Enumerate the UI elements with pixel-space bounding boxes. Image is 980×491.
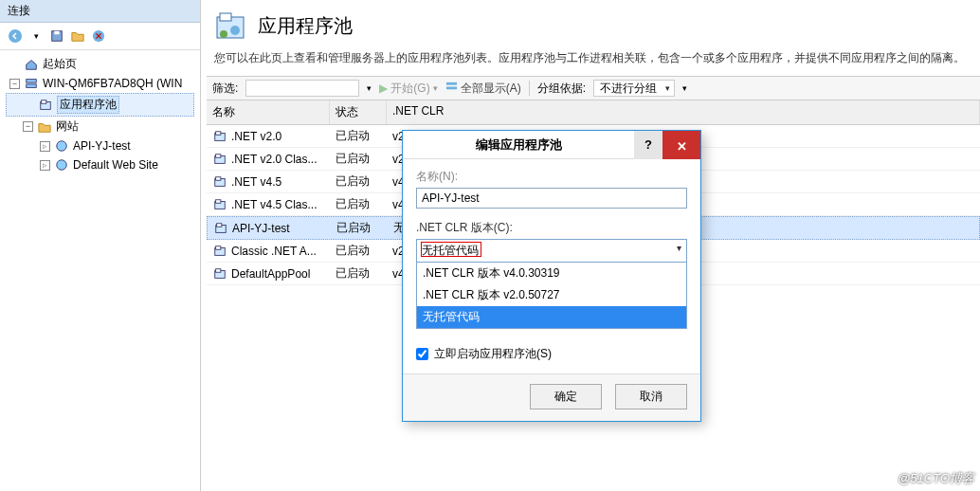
dialog-body: 名称(N): .NET CLR 版本(C): 无托管代码 .NET CLR 版本… [403, 159, 700, 373]
svg-rect-27 [216, 246, 221, 249]
tree-item-site-default[interactable]: ▹ Default Web Site [6, 155, 194, 174]
row-name: .NET v2.0 Clas... [231, 153, 317, 166]
name-field-input[interactable] [416, 188, 687, 209]
help-button[interactable]: ? [634, 131, 662, 159]
grid-header: 名称 状态 .NET CLR [207, 100, 980, 125]
app-pool-icon [212, 174, 227, 190]
row-name: DefaultAppPool [231, 267, 310, 281]
tree-item-app-pools[interactable]: 应用程序池 [6, 93, 194, 117]
show-all-button[interactable]: 全部显示(A) [445, 81, 521, 97]
app-pool-icon [213, 221, 228, 236]
col-name[interactable]: 名称 [207, 100, 330, 124]
svg-rect-15 [446, 87, 457, 90]
tree-item-site-api[interactable]: ▹ API-YJ-test [6, 136, 194, 155]
app-pool-icon [212, 197, 227, 212]
go-button[interactable]: ▶ 开始(G) ▾ [379, 81, 437, 97]
filter-input[interactable] [245, 80, 359, 97]
svg-point-13 [230, 26, 240, 35]
tree-label: Default Web Site [73, 158, 158, 172]
tree-item-start-page[interactable]: 起始页 [6, 54, 194, 74]
svg-rect-17 [216, 131, 221, 135]
tree-label: 起始页 [43, 56, 77, 72]
app-pool-icon [212, 152, 227, 167]
row-name: .NET v2.0 [231, 130, 281, 143]
server-icon [24, 76, 39, 91]
cancel-button[interactable]: 取消 [615, 384, 687, 409]
folder-icon [37, 119, 52, 135]
svg-point-8 [57, 141, 67, 152]
separator [529, 81, 530, 96]
col-rest[interactable]: .NET CLR [387, 100, 980, 124]
clr-field-label: .NET CLR 版本(C): [416, 220, 687, 236]
svg-point-12 [220, 30, 227, 38]
dialog-buttons: 确定 取消 [403, 373, 700, 421]
tree-item-sites[interactable]: − 网站 [6, 117, 194, 136]
open-icon[interactable] [68, 27, 87, 45]
edit-app-pool-dialog: 编辑应用程序池 ? ✕ 名称(N): .NET CLR 版本(C): 无托管代码… [402, 130, 701, 422]
svg-rect-14 [446, 82, 457, 85]
page-description: 您可以在此页上查看和管理服务器上的应用程序池列表。应用程序池与工作进程相关联，包… [207, 47, 980, 76]
app-pool-icon [212, 244, 227, 259]
connections-toolbar: ▾ [0, 23, 200, 50]
svg-rect-2 [54, 31, 59, 35]
view-dropdown-icon[interactable]: ▾ [682, 83, 687, 93]
filter-dropdown-icon[interactable]: ▾ [367, 83, 372, 93]
expand-icon[interactable]: ▹ [40, 141, 50, 152]
svg-point-0 [9, 29, 22, 43]
group-by-label: 分组依据: [537, 81, 586, 97]
tree-label: 网站 [56, 118, 79, 135]
dropdown-icon[interactable]: ▾ [27, 27, 45, 45]
back-icon[interactable] [6, 27, 25, 45]
row-status: 已启动 [331, 217, 388, 239]
filter-label: 筛选: [212, 81, 238, 97]
svg-rect-7 [42, 100, 46, 103]
row-status: 已启动 [330, 263, 387, 284]
svg-rect-23 [216, 199, 221, 203]
expand-icon[interactable]: ▹ [40, 160, 50, 171]
tree-item-server[interactable]: − WIN-QM6FB7AD8QH (WIN [6, 74, 194, 93]
save-icon[interactable] [47, 27, 66, 45]
svg-rect-25 [217, 223, 222, 227]
page-heading: 应用程序池 [207, 0, 980, 47]
page-title: 应用程序池 [258, 13, 353, 39]
dialog-titlebar: 编辑应用程序池 ? ✕ [403, 131, 700, 159]
remove-icon[interactable] [89, 27, 108, 45]
combo-item[interactable]: .NET CLR 版本 v4.0.30319 [417, 263, 686, 284]
filter-bar: 筛选: ▾ ▶ 开始(G) ▾ 全部显示(A) 分组依据: 不进行分组 ▾ [207, 76, 980, 100]
collapse-icon[interactable]: − [9, 79, 20, 89]
row-name: Classic .NET A... [231, 245, 317, 258]
watermark: @51CTO博客 [898, 470, 974, 487]
app-pool-icon [212, 266, 227, 282]
svg-rect-5 [27, 84, 37, 88]
connections-panel: 连接 ▾ 起始页 − WIN- [0, 0, 201, 491]
app-pool-icon [38, 98, 53, 113]
svg-rect-29 [216, 268, 221, 272]
svg-rect-21 [216, 176, 221, 180]
row-name: API-YJ-test [232, 222, 290, 235]
app-pool-icon [212, 129, 227, 144]
ok-button[interactable]: 确定 [530, 384, 602, 409]
row-status: 已启动 [330, 125, 387, 147]
combo-item[interactable]: .NET CLR 版本 v2.0.50727 [417, 284, 686, 306]
row-status: 已启动 [330, 171, 387, 192]
name-field-label: 名称(N): [416, 169, 687, 185]
clr-combo-list: .NET CLR 版本 v4.0.30319 .NET CLR 版本 v2.0.… [416, 263, 687, 329]
app-pool-large-icon [214, 9, 246, 42]
col-status[interactable]: 状态 [330, 100, 387, 124]
row-name: .NET v4.5 [231, 175, 281, 189]
row-status: 已启动 [330, 240, 387, 262]
combo-item[interactable]: 无托管代码 [417, 306, 686, 328]
go-icon: ▶ [379, 82, 388, 95]
tree-label: API-YJ-test [73, 139, 131, 153]
autostart-checkbox[interactable] [416, 348, 428, 360]
collapse-icon[interactable]: − [23, 121, 33, 132]
show-all-icon [445, 81, 458, 96]
site-icon [54, 138, 69, 154]
dialog-title: 编辑应用程序池 [403, 136, 634, 154]
tree-label: 应用程序池 [57, 96, 119, 114]
svg-rect-4 [27, 80, 37, 83]
group-by-dropdown[interactable]: 不进行分组 [593, 80, 675, 97]
row-status: 已启动 [330, 148, 387, 170]
close-button[interactable]: ✕ [662, 131, 700, 159]
clr-combo[interactable]: 无托管代码 [416, 239, 687, 263]
